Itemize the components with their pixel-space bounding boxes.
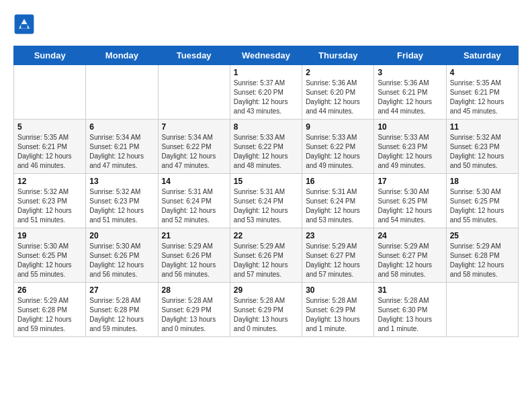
day-info: Sunrise: 5:28 AMSunset: 6:29 PMDaylight:… <box>234 296 298 334</box>
column-header-sunday: Sunday <box>14 46 86 65</box>
day-number: 21 <box>162 231 226 240</box>
calendar-cell: 23Sunrise: 5:29 AMSunset: 6:27 PMDayligh… <box>302 228 374 283</box>
day-info: Sunrise: 5:36 AMSunset: 6:20 PMDaylight:… <box>306 79 370 116</box>
calendar-cell: 20Sunrise: 5:30 AMSunset: 6:26 PMDayligh… <box>86 228 158 283</box>
calendar-cell: 15Sunrise: 5:31 AMSunset: 6:24 PMDayligh… <box>230 174 302 228</box>
calendar-cell: 8Sunrise: 5:33 AMSunset: 6:22 PMDaylight… <box>230 120 302 174</box>
calendar-cell: 11Sunrise: 5:32 AMSunset: 6:23 PMDayligh… <box>446 120 518 174</box>
day-number: 22 <box>234 231 298 240</box>
day-info: Sunrise: 5:35 AMSunset: 6:21 PMDaylight:… <box>17 133 82 171</box>
day-number: 10 <box>378 122 442 132</box>
day-number: 13 <box>89 177 154 186</box>
day-info: Sunrise: 5:34 AMSunset: 6:22 PMDaylight:… <box>162 133 226 171</box>
day-number: 26 <box>17 285 82 295</box>
column-header-saturday: Saturday <box>446 46 518 65</box>
calendar-cell <box>446 283 518 337</box>
day-info: Sunrise: 5:28 AMSunset: 6:28 PMDaylight:… <box>89 296 154 334</box>
day-info: Sunrise: 5:36 AMSunset: 6:21 PMDaylight:… <box>378 79 442 116</box>
calendar-cell: 22Sunrise: 5:29 AMSunset: 6:26 PMDayligh… <box>230 228 302 283</box>
column-header-friday: Friday <box>374 46 446 65</box>
day-number: 18 <box>450 177 515 186</box>
day-info: Sunrise: 5:29 AMSunset: 6:27 PMDaylight:… <box>306 242 370 279</box>
calendar-cell: 24Sunrise: 5:29 AMSunset: 6:27 PMDayligh… <box>374 228 446 283</box>
day-info: Sunrise: 5:33 AMSunset: 6:22 PMDaylight:… <box>234 133 298 171</box>
calendar-cell <box>14 65 86 120</box>
week-row-2: 12Sunrise: 5:32 AMSunset: 6:23 PMDayligh… <box>14 174 519 228</box>
day-info: Sunrise: 5:29 AMSunset: 6:28 PMDaylight:… <box>450 242 515 279</box>
day-number: 6 <box>89 122 154 132</box>
calendar-cell: 14Sunrise: 5:31 AMSunset: 6:24 PMDayligh… <box>158 174 230 228</box>
column-header-wednesday: Wednesday <box>230 46 302 65</box>
day-info: Sunrise: 5:37 AMSunset: 6:20 PMDaylight:… <box>234 79 298 116</box>
calendar-cell: 3Sunrise: 5:36 AMSunset: 6:21 PMDaylight… <box>374 65 446 120</box>
day-info: Sunrise: 5:30 AMSunset: 6:26 PMDaylight:… <box>89 242 154 279</box>
page-header <box>13 13 519 35</box>
column-header-tuesday: Tuesday <box>158 46 230 65</box>
day-number: 9 <box>306 122 370 132</box>
week-row-3: 19Sunrise: 5:30 AMSunset: 6:25 PMDayligh… <box>14 228 519 283</box>
day-number: 12 <box>17 177 82 186</box>
calendar-cell: 9Sunrise: 5:33 AMSunset: 6:22 PMDaylight… <box>302 120 374 174</box>
calendar-cell <box>86 65 158 120</box>
calendar-cell: 13Sunrise: 5:32 AMSunset: 6:23 PMDayligh… <box>86 174 158 228</box>
calendar-cell: 31Sunrise: 5:28 AMSunset: 6:30 PMDayligh… <box>374 283 446 337</box>
calendar-cell: 2Sunrise: 5:36 AMSunset: 6:20 PMDaylight… <box>302 65 374 120</box>
day-info: Sunrise: 5:32 AMSunset: 6:23 PMDaylight:… <box>89 187 154 225</box>
day-number: 30 <box>306 285 370 295</box>
day-number: 31 <box>378 285 442 295</box>
day-number: 28 <box>162 285 226 295</box>
day-info: Sunrise: 5:33 AMSunset: 6:22 PMDaylight:… <box>306 133 370 171</box>
calendar-cell: 6Sunrise: 5:34 AMSunset: 6:21 PMDaylight… <box>86 120 158 174</box>
day-info: Sunrise: 5:29 AMSunset: 6:26 PMDaylight:… <box>162 242 226 279</box>
day-info: Sunrise: 5:29 AMSunset: 6:27 PMDaylight:… <box>378 242 442 279</box>
day-number: 25 <box>450 231 515 240</box>
day-number: 3 <box>378 68 442 77</box>
svg-rect-2 <box>21 24 28 28</box>
calendar-cell: 27Sunrise: 5:28 AMSunset: 6:28 PMDayligh… <box>86 283 158 337</box>
day-info: Sunrise: 5:32 AMSunset: 6:23 PMDaylight:… <box>17 187 82 225</box>
calendar-table: SundayMondayTuesdayWednesdayThursdayFrid… <box>13 46 519 337</box>
logo <box>13 13 38 35</box>
calendar-cell: 29Sunrise: 5:28 AMSunset: 6:29 PMDayligh… <box>230 283 302 337</box>
day-number: 24 <box>378 231 442 240</box>
calendar-cell: 28Sunrise: 5:28 AMSunset: 6:29 PMDayligh… <box>158 283 230 337</box>
day-info: Sunrise: 5:31 AMSunset: 6:24 PMDaylight:… <box>306 187 370 225</box>
calendar-cell: 25Sunrise: 5:29 AMSunset: 6:28 PMDayligh… <box>446 228 518 283</box>
day-number: 8 <box>234 122 298 132</box>
day-number: 20 <box>89 231 154 240</box>
day-number: 15 <box>234 177 298 186</box>
day-number: 17 <box>378 177 442 186</box>
calendar-cell: 7Sunrise: 5:34 AMSunset: 6:22 PMDaylight… <box>158 120 230 174</box>
calendar-cell: 21Sunrise: 5:29 AMSunset: 6:26 PMDayligh… <box>158 228 230 283</box>
day-number: 14 <box>162 177 226 186</box>
day-number: 1 <box>234 68 298 77</box>
day-info: Sunrise: 5:29 AMSunset: 6:26 PMDaylight:… <box>234 242 298 279</box>
day-number: 27 <box>89 285 154 295</box>
calendar-cell: 18Sunrise: 5:30 AMSunset: 6:25 PMDayligh… <box>446 174 518 228</box>
calendar-cell: 16Sunrise: 5:31 AMSunset: 6:24 PMDayligh… <box>302 174 374 228</box>
calendar-cell: 4Sunrise: 5:35 AMSunset: 6:21 PMDaylight… <box>446 65 518 120</box>
calendar-cell: 19Sunrise: 5:30 AMSunset: 6:25 PMDayligh… <box>14 228 86 283</box>
header-row: SundayMondayTuesdayWednesdayThursdayFrid… <box>14 46 519 65</box>
day-info: Sunrise: 5:31 AMSunset: 6:24 PMDaylight:… <box>162 187 226 225</box>
day-number: 2 <box>306 68 370 77</box>
day-info: Sunrise: 5:32 AMSunset: 6:23 PMDaylight:… <box>450 133 515 171</box>
day-info: Sunrise: 5:34 AMSunset: 6:21 PMDaylight:… <box>89 133 154 171</box>
day-number: 23 <box>306 231 370 240</box>
calendar-cell: 30Sunrise: 5:28 AMSunset: 6:29 PMDayligh… <box>302 283 374 337</box>
calendar-cell: 10Sunrise: 5:33 AMSunset: 6:23 PMDayligh… <box>374 120 446 174</box>
day-info: Sunrise: 5:30 AMSunset: 6:25 PMDaylight:… <box>450 187 515 225</box>
column-header-thursday: Thursday <box>302 46 374 65</box>
logo-icon <box>13 13 35 35</box>
calendar-cell: 1Sunrise: 5:37 AMSunset: 6:20 PMDaylight… <box>230 65 302 120</box>
week-row-0: 1Sunrise: 5:37 AMSunset: 6:20 PMDaylight… <box>14 65 519 120</box>
day-info: Sunrise: 5:30 AMSunset: 6:25 PMDaylight:… <box>17 242 82 279</box>
day-info: Sunrise: 5:29 AMSunset: 6:28 PMDaylight:… <box>17 296 82 334</box>
day-info: Sunrise: 5:28 AMSunset: 6:29 PMDaylight:… <box>162 296 226 334</box>
day-info: Sunrise: 5:33 AMSunset: 6:23 PMDaylight:… <box>378 133 442 171</box>
day-info: Sunrise: 5:31 AMSunset: 6:24 PMDaylight:… <box>234 187 298 225</box>
day-number: 19 <box>17 231 82 240</box>
day-number: 5 <box>17 122 82 132</box>
calendar-cell: 26Sunrise: 5:29 AMSunset: 6:28 PMDayligh… <box>14 283 86 337</box>
day-info: Sunrise: 5:28 AMSunset: 6:29 PMDaylight:… <box>306 296 370 334</box>
